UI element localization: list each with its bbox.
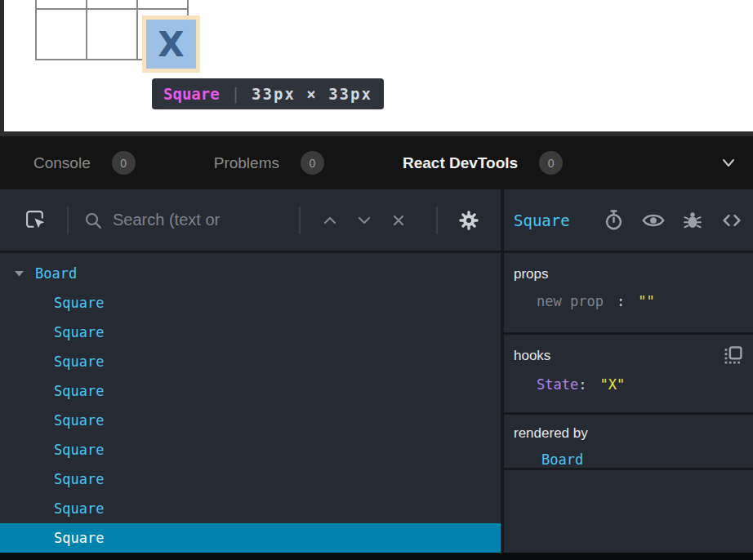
tree-item-label: Square (54, 295, 104, 311)
tree-item-label: Square (54, 324, 104, 340)
inspect-highlight-content[interactable]: X (146, 20, 196, 69)
element-size-tooltip: Square | 33px × 33px (152, 78, 384, 109)
hooks-section-title: hooks (514, 348, 550, 364)
board-square[interactable] (36, 9, 87, 60)
tree-item-square[interactable]: Square (0, 347, 501, 376)
board-square[interactable] (87, 9, 137, 60)
chevron-down-icon (354, 211, 374, 230)
next-result-button[interactable] (354, 211, 374, 230)
tree-item-square[interactable]: Square (0, 406, 501, 435)
tree-item-label: Square (54, 412, 104, 429)
parse-hooks-icon (723, 345, 743, 366)
new-prop-value-input[interactable]: "" (638, 293, 654, 309)
log-component-button[interactable] (682, 210, 703, 231)
hook-name: State (537, 376, 578, 393)
tree-item-square[interactable]: Square (0, 318, 501, 347)
stopwatch-icon (603, 209, 625, 231)
tooltip-separator: | (231, 85, 240, 103)
tab-react-devtools[interactable]: React DevTools 0 (403, 151, 563, 175)
settings-button[interactable] (457, 209, 480, 232)
board-square[interactable] (87, 0, 137, 9)
hooks-section: hooks (504, 335, 753, 415)
board-square[interactable] (36, 0, 87, 9)
props-section: props new prop : "" (504, 256, 753, 335)
chevron-up-icon (320, 211, 340, 230)
search-input[interactable] (113, 211, 286, 229)
tree-item-square[interactable]: Square (0, 435, 501, 464)
browser-page: X Square | 33px × 33px (0, 0, 753, 131)
new-prop-name-input[interactable]: new prop (537, 293, 604, 309)
components-toolbar (0, 189, 501, 253)
inspect-element-button[interactable] (25, 209, 47, 231)
tree-item-board[interactable]: Board (0, 259, 501, 288)
rendered-by-section: rendered by Board (504, 415, 753, 470)
toolbar-divider (436, 207, 438, 234)
collapse-drawer-button[interactable] (719, 153, 738, 172)
hook-value-input[interactable]: "X" (599, 376, 625, 393)
previous-result-button[interactable] (320, 211, 340, 230)
tree-item-label: Square (54, 530, 104, 546)
expand-arrow-icon[interactable] (14, 270, 25, 277)
component-inspector: props new prop : "" hooks (504, 256, 753, 553)
tree-item-label: Square (54, 500, 104, 517)
window-bottom-edge (0, 553, 753, 560)
tab-react-devtools-badge: 0 (539, 151, 563, 175)
new-prop-row: new prop : "" (504, 293, 753, 309)
tab-problems-badge: 0 (301, 151, 324, 175)
tab-console[interactable]: Console 0 (33, 151, 136, 175)
suspend-toggle-button[interactable] (603, 209, 625, 231)
colon: : (617, 293, 625, 309)
tree-item-label: Square (54, 353, 104, 370)
tab-problems[interactable]: Problems 0 (214, 151, 324, 175)
clear-search-button[interactable] (389, 211, 408, 230)
code-brackets-icon (720, 209, 743, 232)
tooltip-component-name: Square (163, 85, 220, 103)
parse-hook-names-button[interactable] (723, 345, 743, 366)
tree-item-square[interactable]: Square (0, 288, 501, 318)
toolbar-divider (299, 207, 301, 234)
props-section-title: props (514, 266, 549, 282)
tab-console-badge: 0 (112, 151, 136, 175)
tab-react-devtools-label: React DevTools (403, 154, 518, 172)
rendered-by-title: rendered by (514, 425, 588, 442)
colon: : (578, 376, 586, 393)
tab-console-label: Console (33, 154, 91, 172)
inspect-element-icon (25, 209, 47, 231)
tree-item-label: Board (35, 265, 77, 282)
tab-problems-label: Problems (214, 154, 279, 172)
close-icon (389, 211, 408, 230)
component-tree: Board Square Square Square Square Square… (0, 256, 501, 553)
tree-item-label: Square (54, 383, 104, 399)
state-hook-row: State : "X" (504, 376, 753, 393)
inspector-toolbar: Square (504, 189, 753, 253)
chevron-down-icon (720, 153, 737, 171)
drawer-tabbar: Console 0 Problems 0 React DevTools 0 (0, 136, 753, 189)
react-devtools-panel: Square (0, 189, 753, 553)
inspect-dom-button[interactable] (642, 209, 665, 232)
selected-component-title: Square (514, 211, 570, 229)
eye-icon (642, 209, 665, 232)
rendered-by-board-link[interactable]: Board (504, 451, 753, 468)
panel-splitter[interactable] (501, 189, 504, 553)
tree-item-label: Square (54, 442, 104, 458)
board-square-value: X (158, 24, 184, 64)
tree-item-label: Square (54, 471, 104, 487)
window-edge (0, 0, 4, 131)
screenshot-root: X Square | 33px × 33px Console 0 Problem… (0, 0, 753, 560)
tree-item-square-selected[interactable]: Square (0, 523, 501, 553)
tree-item-square[interactable]: Square (0, 494, 501, 523)
tree-item-square[interactable]: Square (0, 376, 501, 406)
board-square[interactable] (137, 0, 188, 9)
bug-icon (682, 210, 703, 231)
toolbar-divider (67, 207, 69, 234)
gear-icon (457, 209, 480, 232)
tooltip-dimensions: 33px × 33px (252, 85, 372, 103)
tree-item-square[interactable]: Square (0, 464, 501, 494)
view-source-button[interactable] (720, 209, 743, 232)
search-icon (83, 211, 103, 230)
